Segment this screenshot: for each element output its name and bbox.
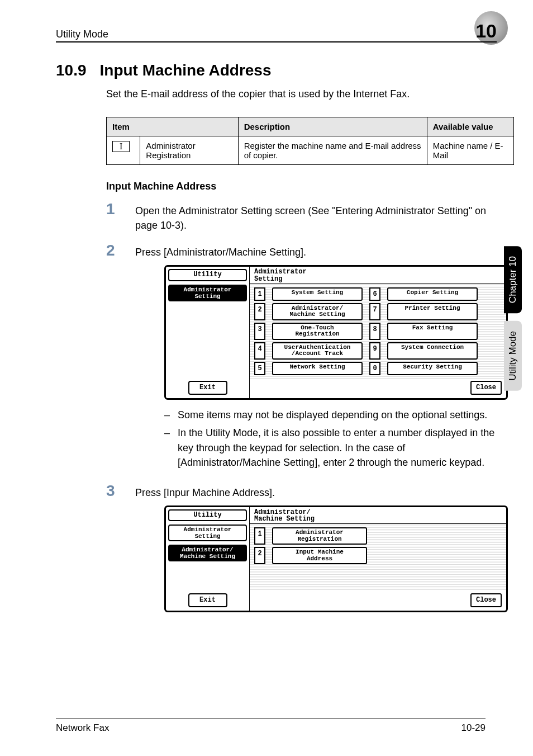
side-tab-chapter: Chapter 10 xyxy=(504,246,522,313)
exit-button[interactable]: Exit xyxy=(188,381,227,395)
keypad-num: 6 xyxy=(369,287,380,301)
procedure-heading: Input Machine Address xyxy=(106,181,497,192)
td-description: Register the machine name and E-mail add… xyxy=(238,136,427,165)
keypad-num: 4 xyxy=(254,342,265,360)
section-title: Input Machine Address xyxy=(100,62,272,79)
lcd-admin-setting: Utility Administrator Setting Exit Admin… xyxy=(164,265,508,400)
step-1: 1 Open the Administrator Setting screen … xyxy=(106,200,497,233)
page-footer: Network Fax 10-29 xyxy=(56,719,486,734)
keypad-num: 3 xyxy=(254,323,265,340)
th-item: Item xyxy=(107,117,239,136)
step-2: 2 Press [Administrator/Machine Setting].… xyxy=(106,242,497,472)
runhead-left: Utility Mode xyxy=(56,29,108,40)
step-text: Press [Inpur Machine Address]. xyxy=(135,485,508,500)
runhead-chapter-number: 10 xyxy=(475,21,497,40)
footer-right: 10-29 xyxy=(461,722,486,734)
step-2-notes: – Some items may not be displayed depend… xyxy=(164,408,508,469)
td-item: Administrator Registration xyxy=(140,136,238,165)
keypad-num: 2 xyxy=(254,547,265,564)
panel-title: Administrator Setting xyxy=(250,267,506,284)
side-tabs: Chapter 10 Utility Mode xyxy=(504,246,522,391)
exit-button[interactable]: Exit xyxy=(188,593,227,607)
btn-copier-setting[interactable]: Copier Setting xyxy=(387,287,478,301)
btn-network-setting[interactable]: Network Setting xyxy=(272,362,363,375)
step-3: 3 Press [Inpur Machine Address]. Utility… xyxy=(106,482,497,621)
th-description: Description xyxy=(238,117,427,136)
btn-system-setting[interactable]: System Setting xyxy=(272,287,363,301)
step-number: 2 xyxy=(106,242,122,472)
description-table: Item Description Available value I Admin… xyxy=(106,117,514,165)
bullet-dash: – xyxy=(164,426,170,469)
close-button[interactable]: Close xyxy=(470,593,502,607)
keypad-num: 1 xyxy=(254,287,265,301)
btn-onetouch[interactable]: One-Touch Registration xyxy=(272,323,363,340)
close-button[interactable]: Close xyxy=(470,381,502,395)
th-available: Available value xyxy=(427,117,513,136)
sidebar-admin-tag[interactable]: Administrator Setting xyxy=(168,525,247,541)
btn-printer-setting[interactable]: Printer Setting xyxy=(387,303,478,320)
sidebar-admin-tag[interactable]: Administrator Setting xyxy=(168,285,247,301)
keypad-num: 5 xyxy=(254,362,265,375)
step-text: Open the Administrator Setting screen (S… xyxy=(135,200,497,233)
section-intro: Set the E-mail address of the copier tha… xyxy=(106,87,497,101)
section-heading: 10.9 Input Machine Address xyxy=(56,62,497,79)
keypad-num: 7 xyxy=(369,303,380,320)
side-tab-mode: Utility Mode xyxy=(504,321,522,391)
keypad-num: 9 xyxy=(369,342,380,360)
btn-security-setting[interactable]: Security Setting xyxy=(387,362,478,375)
keypad-num: 8 xyxy=(369,323,380,340)
sidebar-utility-tag[interactable]: Utility xyxy=(168,269,247,281)
bullet-dash: – xyxy=(164,408,170,422)
keypad-num: 0 xyxy=(369,362,380,375)
btn-admin-machine-setting[interactable]: Administrator/ Machine Setting xyxy=(272,303,363,320)
section-number: 10.9 xyxy=(56,62,87,79)
keypad-num: 1 xyxy=(254,527,265,545)
note-text: In the Utility Mode, it is also possible… xyxy=(178,426,508,469)
btn-input-machine-address[interactable]: Input Machine Address xyxy=(272,547,367,564)
td-available: Machine name / E-Mail xyxy=(427,136,513,165)
btn-admin-registration[interactable]: Administrator Registration xyxy=(272,527,367,545)
footer-left: Network Fax xyxy=(56,722,109,734)
panel-title: Administrator/ Machine Setting xyxy=(250,507,506,524)
keypad-num: 2 xyxy=(254,303,265,320)
running-header: Utility Mode 10 xyxy=(56,21,497,42)
lcd-admin-machine-setting: Utility Administrator Setting Administra… xyxy=(164,505,508,613)
btn-fax-setting[interactable]: Fax Setting xyxy=(387,323,478,340)
roman-one: I xyxy=(112,141,130,152)
btn-system-connection[interactable]: System Connection xyxy=(387,342,478,360)
step-number: 1 xyxy=(106,200,122,233)
sidebar-utility-tag[interactable]: Utility xyxy=(168,509,247,521)
step-text: Press [Administrator/Machine Setting]. xyxy=(135,245,508,259)
note-text: Some items may not be displayed dependin… xyxy=(178,408,487,422)
btn-userauth[interactable]: UserAuthentication /Account Track xyxy=(272,342,363,360)
step-number: 3 xyxy=(106,482,122,621)
sidebar-machine-tag[interactable]: Administrator/ Machine Setting xyxy=(168,545,247,561)
